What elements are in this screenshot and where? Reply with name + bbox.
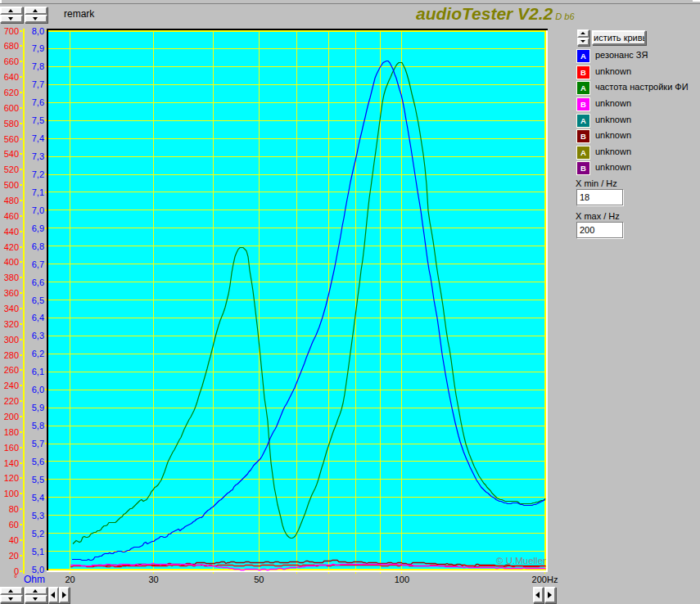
svg-text:© U.Mueller: © U.Mueller (496, 556, 546, 566)
